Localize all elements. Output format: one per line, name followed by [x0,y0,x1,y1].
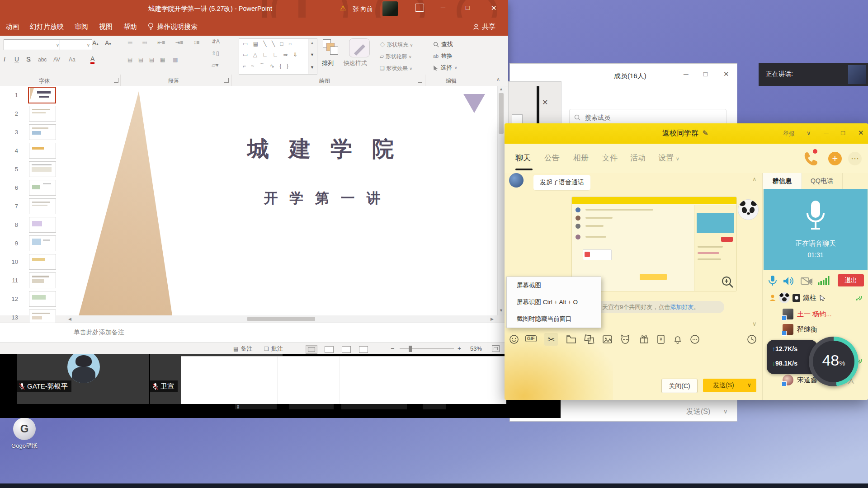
columns-icon[interactable]: ▥ [173,56,178,63]
tab-review[interactable]: 审阅 [69,18,94,36]
decrease-indent-icon[interactable]: ⇤≡ [157,39,165,46]
scroll-up-icon[interactable]: ▲ [310,41,314,45]
grow-font-icon[interactable]: A▴ [92,39,99,47]
notes-placeholder[interactable]: 单击此处添加备注 [74,328,124,337]
thumbnail-item[interactable]: 2 [0,104,66,123]
close-icon[interactable]: ✕ [858,129,864,137]
dialog-launcher-icon[interactable] [418,78,422,83]
horizontal-scrollbar[interactable]: ◀ ▶ [66,315,497,323]
tab-view[interactable]: 视图 [94,18,118,36]
zoom-in-button[interactable]: + [458,345,461,352]
align-center-icon[interactable]: ▤ [138,56,143,63]
close-icon[interactable]: ✕ [723,70,729,78]
background-send-label[interactable]: 发送(S) [686,407,710,417]
minimize-icon[interactable]: ─ [824,129,829,136]
gallery-scroll[interactable]: ▲ ▼ ▼ [308,39,317,74]
scroll-up-icon[interactable]: ▲ [499,87,503,91]
thumbnail-item[interactable]: 11 [0,271,66,290]
tab-files[interactable]: 文件 [602,153,618,163]
camera-off-icon[interactable] [801,277,813,287]
zoom-slider-track[interactable] [400,348,454,349]
font-size-select[interactable]: ∨ [60,39,92,50]
shrink-font-icon[interactable]: A▾ [105,39,111,47]
collapse-up-icon[interactable]: ∧ [752,176,757,183]
emoji-icon[interactable] [509,334,519,346]
slide-sorter-view-button[interactable] [325,346,334,353]
maximize-icon[interactable]: □ [703,70,708,78]
gif-icon[interactable]: GIF [525,335,537,342]
normal-view-button[interactable] [306,345,317,354]
bell-icon[interactable] [673,334,683,346]
add-button[interactable]: + [828,152,842,165]
thumbnail-item[interactable]: 12 [0,290,66,308]
numbering-icon[interactable]: ≕ [142,39,148,46]
notes-toggle[interactable]: ▤ 备注 [233,345,252,353]
comments-toggle[interactable]: ❑ 批注 [264,345,283,353]
reading-view-button[interactable] [342,346,351,353]
tab-album[interactable]: 相册 [573,153,589,163]
mic-toggle-icon[interactable] [768,275,777,288]
ribbon-display-options-icon[interactable] [415,4,424,12]
maximize-icon[interactable]: □ [841,129,845,136]
slide-title[interactable]: 城 建 学 院 [207,135,442,164]
member-row[interactable]: 宋道鑫 [783,375,817,385]
bullets-icon[interactable]: ≔ [127,39,134,46]
zoom-image-icon[interactable] [721,275,734,289]
slide-corner-triangle[interactable] [463,94,485,113]
underline-icon[interactable]: U [14,56,19,63]
quick-styles-icon[interactable] [349,38,370,57]
panda-avatar[interactable] [738,199,759,220]
more-button[interactable]: ⋯ [848,152,862,165]
share-button[interactable]: 共享 [467,18,501,36]
menu-item-screenshot[interactable]: 屏幕截图 [507,277,601,294]
thumbnail-item[interactable]: 10 [0,253,66,271]
gift-icon[interactable] [639,334,649,346]
arrange-label[interactable]: 排列 [322,59,334,67]
exit-voice-button[interactable]: 退出 [838,274,864,286]
thumbnail-item[interactable]: 5 [0,160,66,178]
red-packet-icon[interactable]: ¥ [656,334,665,346]
maximize-icon[interactable]: □ [466,4,469,11]
zoom-out-button[interactable]: − [391,345,394,352]
text-shadow-icon[interactable]: S [26,56,30,63]
increase-indent-icon[interactable]: ⇥≡ [175,39,183,46]
zoom-slider-handle[interactable] [409,346,412,352]
scrollbar-thumb[interactable] [247,317,315,321]
chevron-down-icon[interactable]: ∨ [807,130,811,136]
slide-thumbnail-selected[interactable] [28,87,56,103]
thumbnail-item[interactable]: 7 [0,197,66,216]
vertical-scrollbar[interactable]: ▲ ▼ [497,86,505,315]
scroll-down-icon[interactable]: ▼ [499,308,503,313]
message-history-icon[interactable] [747,334,757,346]
dialog-launcher-icon[interactable] [224,78,229,83]
close-chat-button[interactable]: 关闭(C) [661,379,698,393]
close-icon[interactable]: ✕ [542,98,548,107]
sender-avatar[interactable] [509,173,524,188]
find-button[interactable]: 查找 [433,40,453,48]
gallery-more-icon[interactable]: ▼ [310,65,314,70]
edit-pencil-icon[interactable]: ✎ [703,129,708,137]
member-row[interactable]: 翟继衡 [783,324,817,335]
minimize-icon[interactable]: ─ [684,70,689,78]
change-case-icon[interactable]: Aa [69,56,75,63]
dialog-launcher-icon[interactable] [114,78,118,83]
scroll-down-icon[interactable]: ▼ [310,52,314,57]
smartart-icon[interactable]: ▱▾ [212,62,218,68]
send-options-icon[interactable]: ∨ [747,382,751,388]
shapes-gallery[interactable]: ▭ ▤ ╲ ╲ □ ○ ▭ △ ∟ ∟ ⇒ ⇓ ⌐ ~ ⌒ ∿ { } ▲ ▼ … [239,38,317,75]
align-left-icon[interactable]: ▤ [127,56,132,63]
quick-styles-label[interactable]: 快速样式 [344,59,367,67]
shape-icons-row[interactable]: ⌐ ~ ⌒ ∿ { } [243,62,290,70]
sidebar-tab-qq-call[interactable]: QQ电话 [802,173,843,189]
chevron-down-icon[interactable]: ∨ [723,408,728,415]
zoom-level[interactable]: 53% [470,345,482,352]
thumbnail-item[interactable]: 9 [0,234,66,253]
taskbar[interactable] [0,483,868,488]
replace-button[interactable]: ab 替换 [433,52,453,60]
fit-to-window-icon[interactable] [492,345,500,352]
tab-animation[interactable]: 动画 [0,18,24,36]
slide-subtitle[interactable]: 开 学 第 一 讲 [229,189,419,208]
line-spacing-icon[interactable]: ↕≡ [193,39,199,46]
tab-slideshow[interactable]: 幻灯片放映 [24,18,69,36]
sidebar-tab-group-info[interactable]: 群信息 [763,173,802,189]
